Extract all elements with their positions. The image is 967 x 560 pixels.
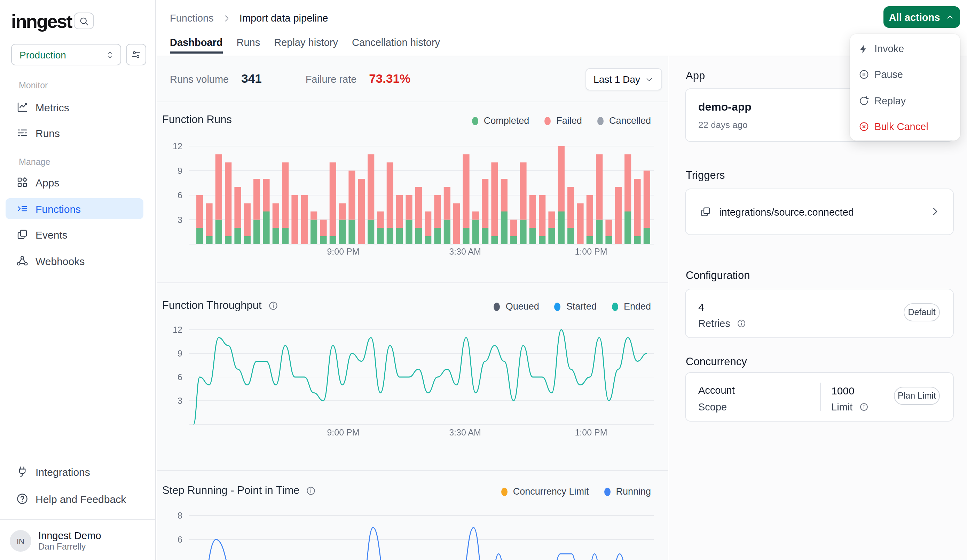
user-menu[interactable]: IN Inngest Demo Dan Farrelly [10,530,101,552]
functions-icon [16,203,28,215]
help-icon [16,492,28,505]
svg-text:3: 3 [178,396,182,405]
svg-text:6: 6 [178,372,182,382]
sidebar-item-label: Apps [36,176,59,188]
apps-icon [16,176,28,189]
plug-icon [16,465,28,478]
inngest-dashboard: 369129:00 PM3:30 AM1:00 PM369129:00 PM3:… [0,0,967,560]
chart-title: Step Running - Point in Time [162,484,300,497]
sliders-icon [131,49,141,60]
bolt-icon [858,43,870,54]
svg-text:9:00 PM: 9:00 PM [327,427,359,437]
sidebar-item-apps[interactable]: Apps [6,172,144,193]
menu-item-invoke[interactable]: Invoke [850,38,960,59]
chart-title: Function Runs [162,114,232,126]
svg-text:8: 8 [178,511,182,520]
user-name: Dan Farrelly [38,542,101,552]
webhooks-icon [16,255,28,267]
chevron-right-icon [222,13,231,23]
chevron-up-icon [946,13,954,21]
page-header: Functions Import data pipeline Dashboard… [157,0,967,56]
sidebar-item-label: Functions [36,203,81,215]
events-icon [16,228,28,241]
tab-cancellation-history[interactable]: Cancellation history [352,37,440,54]
menu-item-label: Replay [875,95,906,106]
breadcrumb-current: Import data pipeline [239,13,328,24]
environment-filter-button[interactable] [126,44,146,65]
cancel-icon [858,121,870,132]
svg-text:1:00 PM: 1:00 PM [575,247,607,256]
replay-icon [858,95,870,106]
sidebar-item-help[interactable]: Help and Feedback [6,488,144,509]
info-icon[interactable] [306,485,317,496]
sidebar-item-label: Runs [36,127,60,139]
svg-text:1:00 PM: 1:00 PM [575,427,607,437]
runs-icon [16,127,28,139]
chart-title: Function Throughput [162,299,262,312]
svg-text:9:00 PM: 9:00 PM [327,247,359,256]
svg-text:3:30 AM: 3:30 AM [449,427,481,437]
breadcrumb: Functions Import data pipeline [170,13,328,24]
sidebar-item-metrics[interactable]: Metrics [6,97,144,118]
metrics-icon [16,101,28,114]
sidebar-item-label: Integrations [36,466,90,478]
tabs: Dashboard Runs Replay history Cancellati… [170,37,454,54]
svg-text:6: 6 [178,535,182,544]
function-runs-header: Function Runs [162,114,232,126]
svg-text:12: 12 [173,325,182,334]
menu-item-replay[interactable]: Replay [850,91,960,111]
sidebar-item-functions[interactable]: Functions [6,198,144,219]
sidebar-item-label: Help and Feedback [36,493,126,505]
all-actions-button[interactable]: All actions [883,6,960,28]
function-throughput-header: Function Throughput [162,299,279,312]
step-running-header: Step Running - Point in Time [162,484,317,497]
environment-select[interactable]: Production [11,44,121,65]
svg-text:9: 9 [178,166,182,176]
sidebar-item-integrations[interactable]: Integrations [6,461,144,482]
search-button[interactable] [74,13,94,29]
inngest-logo: inngest [11,11,72,33]
sidebar-item-events[interactable]: Events [6,224,144,245]
sidebar-section-monitor: Monitor [19,81,48,91]
breadcrumb-functions[interactable]: Functions [170,13,214,24]
tab-runs[interactable]: Runs [237,37,261,54]
menu-item-bulk-cancel[interactable]: Bulk Cancel [850,116,960,137]
user-org: Inngest Demo [38,530,101,541]
avatar: IN [10,530,31,552]
sidebar-item-label: Metrics [36,101,69,113]
menu-item-pause[interactable]: Pause [850,64,960,85]
menu-item-label: Invoke [875,43,904,54]
tab-replay-history[interactable]: Replay history [274,37,338,54]
pause-icon [858,69,870,80]
sidebar-item-label: Events [36,229,68,240]
sidebar-item-label: Webhooks [36,255,84,267]
selector-chevrons-icon [105,50,115,59]
svg-text:3:30 AM: 3:30 AM [449,247,481,256]
sidebar-divider [0,519,156,520]
all-actions-label: All actions [889,12,940,23]
menu-item-label: Bulk Cancel [875,121,928,132]
environment-select-value: Production [20,49,105,60]
svg-text:9: 9 [178,349,182,358]
sidebar: inngest Production Monitor Metrics Runs … [0,0,156,560]
svg-text:12: 12 [173,141,182,151]
search-icon [79,16,89,26]
tab-dashboard[interactable]: Dashboard [170,37,223,54]
sidebar-item-runs[interactable]: Runs [6,122,144,143]
svg-text:6: 6 [178,190,182,200]
all-actions-menu: Invoke Pause Replay Bulk Cancel [850,34,960,140]
sidebar-section-manage: Manage [19,157,50,167]
svg-text:3: 3 [178,215,182,225]
sidebar-item-webhooks[interactable]: Webhooks [6,250,144,271]
info-icon[interactable] [268,300,279,311]
menu-item-label: Pause [875,69,903,80]
